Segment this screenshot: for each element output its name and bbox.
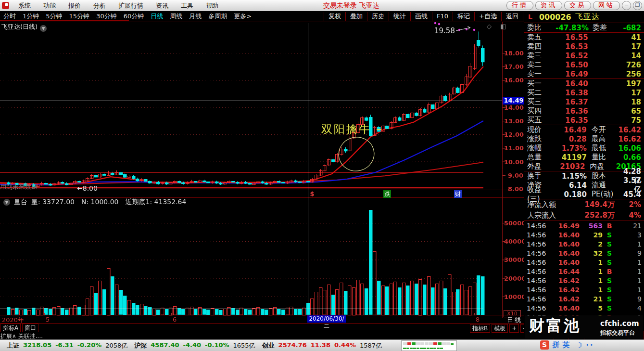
quote-header[interactable]: L 000026 飞亚达 [524, 11, 644, 23]
menu-工具[interactable]: 工具 [175, 1, 200, 10]
info-value: 0.28 [552, 135, 587, 143]
period-周线[interactable]: 周线 [166, 12, 186, 21]
period-30分钟[interactable]: 30分钟 [93, 12, 120, 21]
info-label: 最高 [592, 134, 619, 143]
bottom-button-模板[interactable]: 模板 [492, 324, 508, 333]
level-price: 16.40 [558, 79, 595, 88]
bottom-button-指标A[interactable]: 指标A [0, 324, 21, 332]
market-heatmap-widget[interactable] [401, 340, 457, 351]
buy-row[interactable]: 买一16.40197 [524, 79, 644, 88]
minimize-button[interactable]: − [622, 1, 631, 10]
volume-axis-label: 50000 [504, 220, 523, 227]
index-change: -4.40 [183, 341, 201, 350]
index-percent: -0.20% [77, 341, 102, 350]
menu-扩展行情[interactable]: 扩展行情 [112, 1, 150, 10]
tick-price: 16.40 [550, 249, 580, 257]
titlebar-button-交易[interactable]: 交易 [564, 1, 591, 10]
menu-分析[interactable]: 分析 [87, 1, 112, 10]
tool-button-+自选[interactable]: +自选 [474, 12, 501, 21]
sell-row[interactable]: 卖四16.5317 [524, 42, 644, 51]
tick-time: 14:56 [527, 249, 550, 257]
info-label: 现价 [527, 125, 552, 134]
menu-资讯[interactable]: 资讯 [150, 1, 175, 10]
heatmap-block [407, 342, 411, 345]
ime-icon[interactable]: S [540, 340, 549, 350]
bottom-button-窗口[interactable]: 窗口 [22, 324, 38, 332]
tool-button-统计[interactable]: 统计 [389, 12, 410, 21]
tool-button-叠加[interactable]: 叠加 [345, 12, 367, 21]
index-quote-沪深[interactable]: 沪深4587.40-4.40-0.10%1655亿 [134, 341, 255, 350]
menu-报价[interactable]: 报价 [62, 1, 87, 10]
chevron-down-icon[interactable]: ▼ [40, 25, 47, 32]
watermark-domain: cfchi.com [600, 319, 639, 328]
titlebar-button-网站[interactable]: 网站 [593, 1, 620, 10]
titlebar-button-行情[interactable]: 行情 [506, 1, 533, 10]
index-quote-上证[interactable]: 上证3218.05-6.31-0.20%2058亿 [7, 341, 127, 350]
ratio-label: 委比 [527, 23, 552, 32]
heatmap-block [433, 342, 437, 345]
period-15分钟[interactable]: 15分钟 [66, 12, 93, 21]
moon-icon[interactable]: ☽ [576, 341, 582, 350]
index-quote-创业[interactable]: 创业2574.7611.380.44%1587亿 [262, 341, 382, 350]
sell-row[interactable]: 卖二16.50726 [524, 60, 644, 69]
tick-time: 14:56 [527, 240, 550, 248]
ime-mode-label[interactable]: 拼英 [553, 340, 573, 350]
restore-button[interactable]: ❐ [633, 1, 642, 10]
volume-indicator-header[interactable]: ▼ 量台 量: 33727.00N: 1000.00近期底1: 41352.64 [1, 198, 186, 207]
period-分时[interactable]: 分时 [0, 12, 19, 21]
indicator-name: 量台 [14, 198, 27, 207]
price-axis-label: 14.00 [504, 104, 523, 111]
ime-dots-icon[interactable]: •• [586, 342, 594, 348]
period-日线[interactable]: 日线 [147, 12, 166, 21]
bottom-button-+[interactable]: + [509, 324, 519, 333]
sell-row[interactable]: 卖三16.5214 [524, 51, 644, 60]
info-value: 1.15% [552, 172, 587, 181]
collapse-icon[interactable]: ▼ [3, 199, 10, 206]
period-月线[interactable]: 月线 [186, 12, 205, 21]
info-value: 0.66 [619, 153, 641, 162]
watermark-tagline: 指标交易平台 [600, 329, 635, 337]
indicator-field: N: 1000.00 [81, 198, 119, 207]
info-label: PE(动) [592, 190, 619, 199]
buy-row[interactable]: 买二16.3817 [524, 88, 644, 97]
tool-button-复权[interactable]: 复权 [324, 12, 345, 21]
period-60分钟[interactable]: 60分钟 [120, 12, 148, 21]
period-5分钟[interactable]: 5分钟 [42, 12, 65, 21]
pane-corner-icons[interactable]: ◇ ◧ [487, 23, 509, 30]
menu-系统[interactable]: 系统 [12, 1, 37, 10]
price-axis-label: 17.00 [504, 63, 523, 70]
sell-row[interactable]: 卖一16.49256 [524, 69, 644, 78]
tool-button-标记[interactable]: 标记 [453, 12, 474, 21]
tick-flag: S [603, 249, 616, 257]
bottom-button-指标B[interactable]: 指标B [470, 324, 490, 333]
level-label: 买一 [527, 79, 558, 88]
tick-price: 16.40 [550, 240, 580, 248]
tick-count: 3 [616, 231, 642, 239]
buy-row[interactable]: 买五16.3575 [524, 116, 644, 125]
tick-row: 14:5616.4032S9 [524, 248, 644, 258]
ime-tray[interactable]: S 拼英 ☽ •• [540, 340, 594, 350]
buy-row[interactable]: 买四16.3665 [524, 106, 644, 116]
candlestick-chart[interactable] [0, 22, 524, 318]
tool-button-画线[interactable]: 画线 [410, 12, 432, 21]
heatmap-dash [417, 348, 419, 349]
tick-count: 1 [616, 286, 642, 294]
heatmap-block [420, 342, 424, 345]
tick-list[interactable]: 14:5616.49563B2114:5616.4029S314:5616.40… [524, 221, 644, 331]
menu-功能[interactable]: 功能 [37, 1, 62, 10]
tick-row: 14:5616.401S1 [524, 258, 644, 267]
tool-button-历史[interactable]: 历史 [367, 12, 389, 21]
period-更多>[interactable]: 更多> [230, 12, 255, 21]
level-volume: 17 [595, 42, 641, 51]
level-volume: 726 [595, 61, 641, 69]
menu-帮助[interactable]: 帮助 [200, 1, 225, 10]
tool-button-返回[interactable]: 返回 [501, 12, 523, 21]
index-percent: 0.44% [334, 341, 356, 350]
sell-row[interactable]: 卖五16.5541 [524, 33, 644, 42]
tool-button-F10[interactable]: F10 [432, 12, 453, 21]
period-多周期[interactable]: 多周期 [205, 12, 230, 21]
period-1分钟[interactable]: 1分钟 [19, 12, 42, 21]
index-amount: 2058亿 [105, 341, 127, 350]
titlebar-button-资讯[interactable]: 资讯 [535, 1, 562, 10]
buy-row[interactable]: 买三16.3718 [524, 97, 644, 106]
